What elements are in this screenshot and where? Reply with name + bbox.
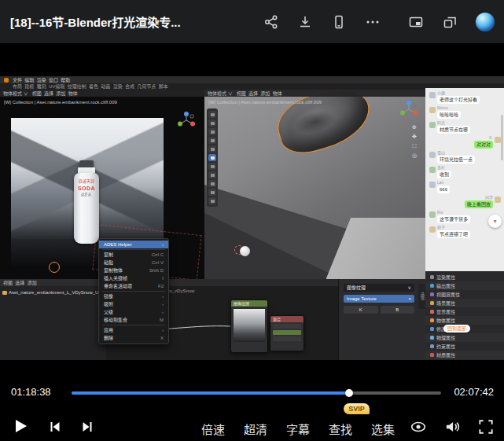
- zoom-icon: ⊕: [412, 124, 417, 130]
- property-icon: [430, 344, 434, 348]
- progress-bar[interactable]: [72, 391, 441, 395]
- context-menu-item: 应用 ›: [99, 326, 168, 334]
- property-row: 视图层属性: [425, 290, 504, 299]
- property-row: 世界属性: [425, 307, 504, 316]
- back-to-bottom-pill: 回到底部: [443, 325, 470, 333]
- speed-button[interactable]: 倍速: [201, 421, 225, 437]
- blender-menus: 文件 编辑 渲染 窗口 帮助: [13, 78, 70, 83]
- player-text-controls: 倍速 超清 字幕 查找 选集: [201, 421, 395, 437]
- property-row: 场景属性: [425, 299, 504, 307]
- menu-separator: [102, 249, 165, 250]
- viewport-3d-collection-label: [W] Collection | Aset.nature.embankment.…: [208, 100, 322, 105]
- backdrop-plane-bright: [326, 218, 425, 279]
- sidebar-tab: 选项: [418, 284, 425, 309]
- property-icon: [430, 336, 434, 340]
- bottle-label: 浪迹天涯 SODA 对打水: [74, 173, 99, 244]
- chat-message: K. 对对对: [429, 136, 501, 149]
- context-menu-item: 复制物体 Shift D: [99, 266, 168, 274]
- chat-message: Lan 666: [429, 181, 501, 193]
- volume-icon[interactable]: [443, 418, 461, 439]
- context-menu-item: 删除 X: [99, 334, 168, 342]
- chat-panel: 小鹿 老师这个打光好看 Momo 哈哈哈哈 阿杰 材质节点在哪 K. 对对对 雪…: [425, 88, 504, 271]
- avatar: [429, 182, 436, 188]
- download-icon[interactable]: [297, 14, 313, 30]
- context-menu-item: ADES Helper ›: [99, 241, 168, 248]
- properties-panel: 渲染属性 输出属性 视图层属性 场景属性 世界属性 物体属性 修改器属性: [425, 271, 504, 360]
- titlebar-actions: [263, 13, 495, 31]
- soda-bottle: 浪迹天涯 SODA 对打水: [74, 160, 99, 244]
- texture-selector: 图像纹理 ∨: [344, 284, 414, 292]
- asset-panel: 视图 选择 添加 Aset_nature_embankment_L_VDySno…: [0, 279, 106, 360]
- avatar: [429, 226, 436, 233]
- property-icon: [430, 275, 434, 279]
- tool-icon: [208, 137, 216, 144]
- player-icon-controls: [410, 418, 495, 439]
- avatar: [429, 122, 436, 128]
- avatar: [495, 197, 501, 203]
- node-socket-row: [273, 324, 301, 329]
- property-row: 约束属性: [425, 342, 504, 351]
- property-icon: [430, 284, 434, 288]
- prev-episode-button[interactable]: [47, 419, 63, 438]
- eye-toggle-icon[interactable]: [410, 418, 427, 439]
- tool-icon: [208, 128, 216, 135]
- episodes-button[interactable]: 选集: [371, 421, 395, 437]
- avatar: [429, 211, 436, 218]
- navigation-gizmo-icon: [176, 110, 197, 131]
- find-button[interactable]: 查找: [329, 421, 352, 437]
- tool-icon: [208, 145, 216, 153]
- tool-icon: [208, 163, 216, 170]
- asset-panel-header: 视图 选择 添加: [0, 279, 106, 286]
- viewport-product-header: 物体模式 ∨ 视图 选择 添加 物体: [0, 90, 204, 97]
- window-titlebar: [18]--16节-Blender打光渲染专...: [0, 0, 504, 43]
- avatar: [495, 137, 501, 143]
- mobile-play-icon[interactable]: [331, 14, 347, 30]
- context-menu-item: 父级 ›: [99, 308, 168, 316]
- browser-sphere-icon[interactable]: [476, 13, 495, 31]
- folder-icon: [2, 291, 7, 295]
- context-menu-item: 复制 Ctrl C: [99, 251, 168, 259]
- more-icon[interactable]: [365, 14, 381, 30]
- node-socket-row: [273, 330, 301, 335]
- property-icon: [430, 292, 434, 296]
- property-row: 输出属性: [425, 281, 504, 290]
- mini-window-icon[interactable]: [442, 14, 458, 30]
- avatar: [429, 152, 436, 158]
- tool-icon: [208, 189, 216, 196]
- bottle-tagline: 浪迹天涯: [79, 178, 94, 182]
- viewport-product-collection-label: [W] Collection | Aset.nature.embankment.…: [4, 100, 117, 105]
- chat-message: 雪山 环境光拉低一点: [429, 151, 501, 164]
- property-icon: [430, 327, 434, 331]
- video-area[interactable]: 文件 编辑 渲染 窗口 帮助 布局 建模 雕刻 UV编辑 纹理绘制 着色 动画 …: [0, 43, 504, 381]
- subtitles-button[interactable]: 字幕: [286, 421, 310, 437]
- context-menu-item: 吸附 ›: [99, 300, 168, 308]
- close-icon: ×: [408, 296, 411, 301]
- tool-icon: [208, 111, 216, 118]
- node-sidebar: 图像纹理 ∨ Image Texture × K B 选项: [338, 279, 425, 360]
- blender-logo-icon: [4, 78, 9, 83]
- chat-message: 同学 晚上看回放: [429, 196, 501, 208]
- bottle-subline: 对打水: [81, 193, 92, 197]
- image-texture-node: 图像纹理: [230, 300, 268, 353]
- chat-scroll-button: ▾: [488, 215, 502, 228]
- chat-message: 橙子 节点连错了吧: [429, 226, 501, 238]
- property-icon: [430, 301, 434, 305]
- submenu-arrow-icon: ›: [162, 242, 164, 247]
- navigation-gizmo-icon: [399, 99, 419, 120]
- picture-in-picture-icon[interactable]: [408, 14, 424, 30]
- context-menu-item: 移动到集合 M: [99, 316, 168, 324]
- context-menu-item: 镜像 ›: [99, 292, 168, 300]
- blender-menubar: 文件 编辑 渲染 窗口 帮助: [0, 76, 504, 83]
- quality-button[interactable]: 超清: [244, 421, 267, 437]
- next-episode-button[interactable]: [79, 419, 95, 438]
- chevron-down-icon: ∨: [408, 285, 411, 290]
- fullscreen-icon[interactable]: [477, 418, 495, 439]
- share-icon[interactable]: [263, 14, 279, 30]
- chat-message: 阿杰 材质节点在哪: [429, 121, 501, 134]
- selection-circle: [49, 262, 60, 273]
- context-menu-item: 重命名活动项 F2: [99, 282, 168, 290]
- progress-handle[interactable]: [345, 389, 353, 397]
- viewport-3d: 物体模式 ∨ 视图 选择 添加 物体 [W] Collection | Aset…: [204, 90, 425, 279]
- play-button[interactable]: [13, 417, 30, 438]
- perspective-icon: ⛶: [412, 143, 417, 149]
